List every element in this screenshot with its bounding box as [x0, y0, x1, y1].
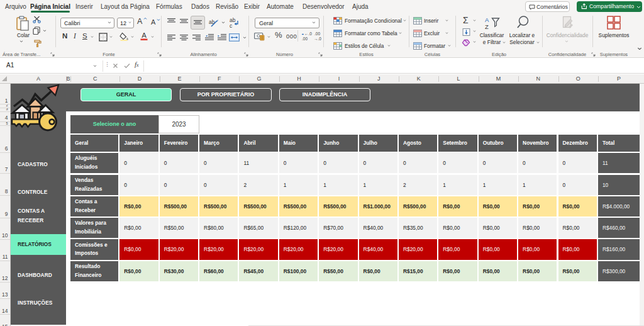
svg-text:Z: Z	[485, 23, 489, 30]
svg-text:A: A	[485, 16, 489, 23]
svg-text:←.0: ←.0	[304, 31, 312, 36]
svg-text:A: A	[142, 31, 147, 39]
svg-text:.00: .00	[314, 31, 320, 36]
svg-text:c: c	[230, 23, 233, 29]
svg-text:→.0: →.0	[314, 37, 321, 41]
svg-text:.00: .00	[302, 37, 308, 41]
